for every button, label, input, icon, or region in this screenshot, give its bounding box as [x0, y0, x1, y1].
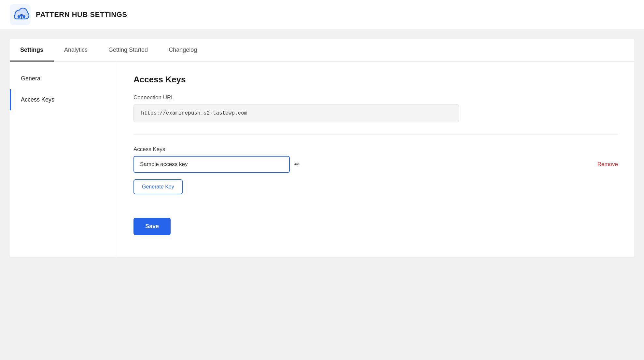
- section-divider: [133, 134, 618, 134]
- sidebar: General Access Keys: [10, 62, 117, 257]
- content-panel: General Access Keys Access Keys Connecti…: [10, 62, 634, 257]
- access-keys-group: Access Keys ✏ Remove Generate Key: [133, 146, 618, 206]
- access-key-input[interactable]: [133, 156, 290, 173]
- edit-icon[interactable]: ✏: [294, 160, 300, 168]
- app-title: PATTERN HUB SETTINGS: [36, 10, 127, 19]
- app-header: PATTERN HUB SETTINGS: [0, 0, 644, 29]
- app-logo-icon: [10, 4, 31, 25]
- sidebar-item-general[interactable]: General: [10, 68, 117, 89]
- connection-url-group: Connection URL https://examinepush.s2-ta…: [133, 94, 618, 122]
- settings-main-area: Access Keys Connection URL https://exami…: [117, 62, 634, 257]
- tab-changelog[interactable]: Changelog: [158, 39, 207, 62]
- logo-container: PATTERN HUB SETTINGS: [10, 4, 127, 25]
- main-content: Settings Analytics Getting Started Chang…: [0, 29, 644, 267]
- connection-url-value: https://examinepush.s2-tastewp.com: [133, 104, 459, 122]
- save-button[interactable]: Save: [133, 218, 171, 235]
- remove-link[interactable]: Remove: [597, 161, 618, 168]
- access-key-row: ✏ Remove: [133, 156, 618, 173]
- connection-url-label: Connection URL: [133, 94, 618, 101]
- section-title: Access Keys: [133, 75, 618, 85]
- tab-getting-started[interactable]: Getting Started: [98, 39, 158, 62]
- tab-settings[interactable]: Settings: [10, 39, 54, 62]
- tab-analytics[interactable]: Analytics: [54, 39, 98, 62]
- generate-key-button[interactable]: Generate Key: [133, 179, 183, 194]
- access-keys-label: Access Keys: [133, 146, 618, 153]
- tabs-container: Settings Analytics Getting Started Chang…: [10, 39, 634, 62]
- sidebar-item-access-keys[interactable]: Access Keys: [10, 89, 117, 110]
